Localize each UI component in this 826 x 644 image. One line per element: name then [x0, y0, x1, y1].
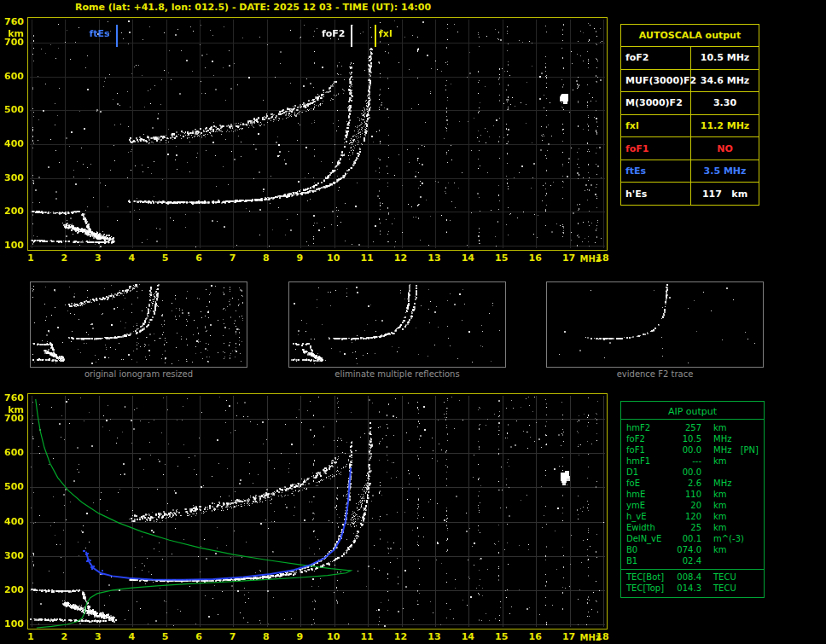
y-axis-tick: 760 — [2, 16, 24, 27]
aip-row: hmF2257km — [621, 422, 764, 433]
param-value: 257 — [671, 422, 701, 433]
x-axis-tick: 14 — [458, 631, 477, 642]
y-axis-tick: 600 — [2, 447, 24, 458]
y-axis-tick: 200 — [2, 206, 24, 217]
aip-tec-separator — [621, 569, 764, 570]
param-label: TEC[Bot] — [626, 571, 671, 583]
param-value: 2.6 — [671, 478, 701, 489]
aip-row: foF210.5MHz — [621, 433, 764, 444]
x-axis-tick: 5 — [156, 631, 175, 642]
param-value: 074.0 — [671, 544, 701, 555]
param-unit: TECU — [713, 571, 736, 583]
thumbnail-caption-eliminate: eliminate multiple reflections — [288, 369, 506, 379]
param-value: 02.4 — [671, 555, 701, 566]
x-axis-tick: 7 — [223, 631, 241, 642]
y-axis-tick: 300 — [2, 172, 24, 183]
y-axis-tick: 300 — [2, 550, 24, 561]
x-axis-unit-mhz: MHz — [580, 633, 601, 642]
x-axis-tick: 11 — [358, 631, 376, 642]
thumbnail-eliminate-reflections — [288, 281, 506, 368]
x-axis-tick: 13 — [425, 252, 444, 264]
param-value: 3.5 MHz — [691, 160, 759, 183]
x-axis-tick: 2 — [55, 252, 73, 264]
autoscala-row: ftEs3.5 MHz — [621, 160, 759, 183]
x-axis-tick: 4 — [122, 252, 141, 264]
param-label: h'Es — [621, 183, 691, 205]
param-label: foF1 — [626, 444, 671, 455]
autoscala-output-table: AUTOSCALA output foF210.5 MHzMUF(3000)F2… — [620, 24, 759, 206]
x-axis-tick: 10 — [324, 631, 343, 642]
x-axis-tick: 6 — [189, 252, 208, 264]
param-label: ftEs — [621, 160, 691, 183]
aip-row: hmF1---km — [621, 455, 764, 467]
aip-row: D100.0 — [621, 467, 764, 478]
autoscala-row: foF210.5 MHz — [621, 47, 759, 70]
marker-label-ftes: ftEs — [76, 28, 110, 39]
param-value: 11.2 MHz — [691, 115, 759, 137]
param-unit: MHz — [713, 433, 731, 444]
station-date-title: Rome (lat: +41.8, lon: 012.5) - DATE: 20… — [75, 2, 431, 13]
thumbnail-caption-evidence: evidence F2 trace — [546, 369, 764, 379]
aip-row: TEC[Bot]008.4TECU — [621, 571, 764, 583]
param-value: 00.1 — [671, 533, 701, 544]
param-unit: km — [713, 511, 727, 522]
x-axis-tick: 6 — [189, 631, 208, 642]
x-axis-tick: 12 — [392, 252, 410, 264]
param-unit: MHz — [713, 478, 731, 489]
param-label: foF2 — [626, 433, 671, 444]
marker-label-fxl: fxl — [379, 28, 393, 39]
x-axis-tick: 1 — [21, 631, 40, 642]
aip-row: h_vE120km — [621, 511, 764, 522]
param-label: foF1 — [621, 137, 691, 160]
param-unit: km — [713, 544, 727, 555]
ionogram-panel-top: 760700600500400300200100km12345678910111… — [2, 17, 620, 266]
param-label: TEC[Top] — [626, 583, 671, 594]
x-axis-tick: 8 — [257, 631, 276, 642]
param-label: foE — [626, 478, 671, 489]
x-axis-tick: 17 — [560, 631, 579, 642]
param-label: h_vE — [626, 511, 671, 522]
x-axis-tick: 14 — [458, 252, 477, 264]
autoscala-table-rows: foF210.5 MHzMUF(3000)F234.6 MHzM(3000)F2… — [621, 47, 759, 205]
param-value: 117 km — [691, 183, 759, 205]
aip-row: TEC[Top]014.3TECU — [621, 583, 764, 594]
aip-row: B0074.0km — [621, 544, 764, 555]
x-axis-tick: 10 — [324, 252, 343, 264]
param-unit: km — [713, 422, 727, 433]
y-axis-tick: 400 — [2, 516, 24, 527]
aip-row: DelN_vE00.1m^(-3) — [621, 533, 764, 544]
autoscala-row: h'Es117 km — [621, 183, 759, 205]
x-axis-tick: 15 — [492, 252, 511, 264]
aip-output-table: AIP output hmF2257kmfoF210.5MHzfoF100.0M… — [620, 401, 765, 598]
param-value: 110 — [671, 489, 701, 500]
param-value: 120 — [671, 511, 701, 522]
param-label: MUF(3000)F2 — [621, 70, 691, 92]
param-label: hmE — [626, 489, 671, 500]
autoscala-row: foF1NO — [621, 137, 759, 160]
param-label: B1 — [626, 555, 671, 566]
y-axis-tick: 500 — [2, 104, 24, 115]
x-axis-tick: 11 — [358, 252, 376, 264]
param-label: hmF1 — [626, 455, 671, 467]
autoscala-output-screen: { "window": { "title": "Rome (lat: +41.8… — [0, 0, 826, 644]
param-unit: km — [713, 500, 727, 511]
aip-row: foE2.6MHz — [621, 478, 764, 489]
param-unit: MHz — [713, 444, 731, 455]
param-label: B0 — [626, 544, 671, 555]
param-unit: km — [713, 455, 727, 467]
param-label: ymE — [626, 500, 671, 511]
aip-table-title: AIP output — [621, 403, 764, 420]
param-label: foF2 — [621, 47, 691, 69]
param-value: 25 — [671, 522, 701, 533]
param-unit: km — [713, 489, 727, 500]
y-axis-tick: 760 — [2, 392, 24, 403]
param-value: 00.0 — [671, 467, 701, 478]
param-label: DelN_vE — [626, 533, 671, 544]
autoscala-row: M(3000)F23.30 — [621, 92, 759, 115]
param-value: 3.30 — [691, 92, 759, 114]
x-axis-tick: 16 — [526, 631, 544, 642]
x-axis-tick: 3 — [89, 631, 108, 642]
y-axis-tick: 500 — [2, 481, 24, 492]
param-value: 20 — [671, 500, 701, 511]
aip-row: foF100.0MHz[PN] — [621, 444, 764, 455]
